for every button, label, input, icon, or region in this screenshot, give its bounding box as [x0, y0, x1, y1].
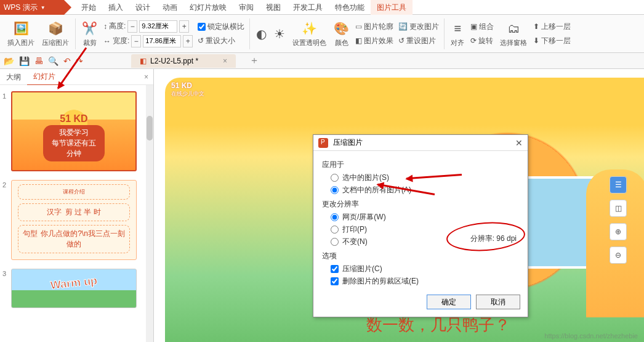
opt-compress[interactable]: 压缩图片(C) [331, 264, 519, 274]
compress-icon: 📦 [48, 20, 63, 37]
wand-icon: ✨ [302, 20, 317, 37]
tab-design[interactable]: 设计 [129, 0, 156, 15]
app-p-icon [318, 138, 328, 148]
app-logo[interactable]: WPS 演示 ▼ [0, 0, 64, 15]
lock-ratio-check[interactable]: 锁定纵横比 [198, 21, 244, 33]
move-down-button[interactable]: ⬇下移一层 [533, 35, 571, 47]
group-res-label: 更改分辨率 [322, 199, 519, 210]
cancel-button[interactable]: 取消 [476, 295, 520, 309]
opt-all-pics[interactable]: 文档中的所有图片(A) [331, 185, 519, 195]
tool-zoom-out-icon[interactable]: ⊖ [610, 246, 627, 264]
rotate-button[interactable]: ⟳旋转 [470, 35, 494, 47]
tool-menu-icon[interactable]: ☰ [610, 176, 627, 193]
document-tab[interactable]: ◧ L2-U2-L5.ppt * × [131, 54, 236, 68]
tab-review[interactable]: 审阅 [233, 0, 260, 15]
height-dec[interactable]: − [127, 20, 137, 33]
title-bar: WPS 演示 ▼ 开始 插入 设计 动画 幻灯片放映 审阅 视图 开发工具 特色… [0, 0, 644, 15]
tab-slideshow[interactable]: 幻灯片放映 [183, 0, 233, 15]
width-input[interactable] [143, 35, 181, 47]
slide-number: 2 [2, 180, 11, 260]
tab-insert[interactable]: 插入 [102, 0, 129, 15]
combine-button[interactable]: ▣组合 [470, 21, 494, 33]
dialog-close-icon[interactable]: ✕ [515, 138, 523, 148]
tool-layers-icon[interactable]: ◫ [610, 200, 627, 217]
ok-button[interactable]: 确定 [427, 295, 471, 309]
palette-icon: 🎨 [334, 20, 349, 37]
height-inc[interactable]: + [179, 20, 189, 33]
pic-outline-button[interactable]: ▭图片轮廓 [355, 21, 393, 33]
doc-type-icon: ◧ [140, 57, 147, 65]
pane-icon: 🗂 [507, 20, 520, 37]
height-input[interactable] [139, 20, 177, 33]
group-icon: ▣ [470, 22, 477, 31]
contrast-button[interactable]: ☀ [270, 17, 289, 51]
group-apply-label: 应用于 [322, 160, 519, 170]
crop-button[interactable]: ✂️裁剪 [78, 17, 101, 51]
swap-icon: 🔄 [398, 22, 408, 31]
watermark: https://blog.csdn.net/zhezhebie [544, 332, 638, 340]
outline-icon: ▭ [355, 22, 362, 31]
reset-pic-icon: ↺ [398, 36, 405, 45]
tab-home[interactable]: 开始 [75, 0, 102, 15]
save-icon[interactable]: 💾 [19, 56, 30, 66]
dialog-buttons: 确定 取消 [313, 291, 528, 317]
tool-zoom-in-icon[interactable]: ⊕ [610, 223, 627, 240]
effect-icon: ◧ [355, 36, 362, 45]
pic-effect-button[interactable]: ◧图片效果 [355, 35, 393, 47]
contrast-icon: ☀ [274, 25, 285, 43]
ribbon: 🖼️插入图片 📦压缩图片 ✂️裁剪 ↕ 高度: − + ↔ 宽度: − + 锁定… [0, 15, 644, 53]
width-dec[interactable]: − [131, 35, 141, 47]
undo-icon[interactable]: ↶ [63, 56, 71, 66]
change-pic-button[interactable]: 🔄更改图片 [398, 21, 439, 33]
insert-pic-button[interactable]: 🖼️插入图片 [4, 17, 38, 51]
opt-web-screen[interactable]: 网页/屏幕(W) [331, 212, 519, 222]
pic-change-group: 🔄更改图片 ↺重设图片 [398, 21, 439, 47]
document-name: L2-U2-L5.ppt * [150, 57, 198, 65]
select-pane-button[interactable]: 🗂选择窗格 [496, 17, 531, 51]
reset-size-button[interactable]: ↺重设大小 [198, 35, 244, 47]
thumbnail-scrollbar[interactable] [146, 85, 153, 342]
reset-icon: ↺ [198, 36, 204, 45]
move-up-button[interactable]: ⬆上移一层 [533, 21, 571, 33]
compress-pic-button[interactable]: 📦压缩图片 [38, 17, 73, 51]
separator [249, 18, 250, 49]
close-panel-icon[interactable]: × [144, 73, 148, 81]
floating-toolbar: ☰ ◫ ⊕ ⊖ [610, 176, 627, 264]
slide-panel-tabs: 大纲 幻灯片 × [0, 69, 153, 85]
slides-tab[interactable]: 幻灯片 [27, 68, 62, 86]
brand-logo: 51 KD在线少儿中文 [171, 80, 204, 98]
opt-delcrop[interactable]: 删除图片的剪裁区域(E) [331, 276, 519, 287]
arrows-h-icon: ↔ [103, 37, 111, 46]
align-button[interactable]: ≡对齐 [447, 17, 468, 51]
app-dropdown-icon: ▼ [41, 5, 46, 10]
preview-icon[interactable]: 🔍 [48, 56, 58, 66]
slide-thumb-1[interactable]: 我爱学习每节课还有五分钟 [11, 91, 137, 171]
compress-dialog: 压缩图片 ✕ 应用于 选中的图片(S) 文档中的所有图片(A) 更改分辨率 网页… [313, 134, 528, 317]
close-doc-icon[interactable]: × [223, 57, 227, 65]
tab-picture-tools[interactable]: 图片工具 [371, 0, 413, 15]
dialog-titlebar[interactable]: 压缩图片 ✕ [313, 135, 528, 151]
slide-thumb-3[interactable]: Warm up [11, 269, 137, 308]
down-icon: ⬇ [533, 36, 539, 45]
tab-view[interactable]: 视图 [260, 0, 287, 15]
thumb-row-2: 2 课程介绍 汉字 剪 过 半 时 句型 你几点做的?\n我三点一刻做的 [2, 180, 148, 260]
reset-pic-button[interactable]: ↺重设图片 [398, 35, 439, 47]
set-transparent-button[interactable]: ✨设置透明色 [289, 17, 330, 51]
width-inc[interactable]: + [183, 35, 193, 47]
print-icon[interactable]: 🖶 [34, 56, 43, 66]
new-doc-button[interactable]: ＋ [249, 54, 259, 67]
outline-tab[interactable]: 大纲 [0, 69, 27, 85]
thumbnail-list: 1 我爱学习每节课还有五分钟 2 课程介绍 汉字 剪 过 半 时 句型 你几点做… [0, 85, 153, 342]
menu-tabs: 开始 插入 设计 动画 幻灯片放映 审阅 视图 开发工具 特色功能 图片工具 [75, 0, 413, 14]
tab-dev[interactable]: 开发工具 [287, 0, 329, 15]
open-icon[interactable]: 📂 [4, 56, 14, 66]
color-button[interactable]: 🎨颜色 [330, 17, 353, 51]
image-icon: 🖼️ [14, 20, 29, 37]
separator [75, 18, 76, 49]
width-row: ↔ 宽度: − + [103, 35, 193, 47]
quick-access-bar: 📂 💾 🖶 🔍 ↶ ↷ ◧ L2-U2-L5.ppt * × ＋ [0, 53, 644, 69]
tab-feature[interactable]: 特色功能 [329, 0, 371, 15]
tab-anim[interactable]: 动画 [156, 0, 183, 15]
brightness-button[interactable]: ◐ [252, 17, 270, 51]
slide-thumb-2[interactable]: 课程介绍 汉字 剪 过 半 时 句型 你几点做的?\n我三点一刻做的 [11, 180, 137, 260]
